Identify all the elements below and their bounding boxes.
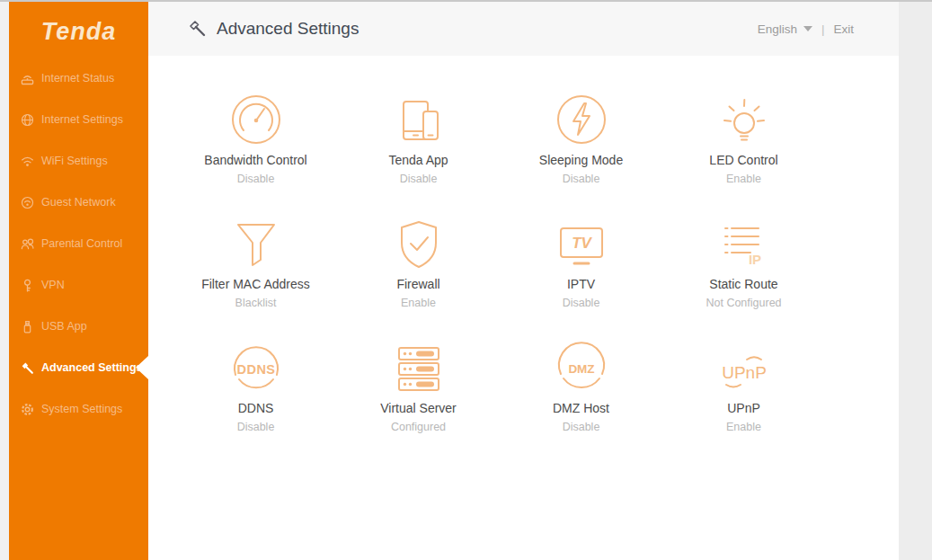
- sidebar-item-internet-status[interactable]: Internet Status: [9, 58, 148, 99]
- sidebar-item-guest-network[interactable]: Guest Network: [9, 182, 148, 223]
- feature-led-control[interactable]: LED Control Enable: [662, 88, 825, 185]
- router-icon: [21, 72, 34, 85]
- language-label: English: [758, 22, 797, 36]
- shield-check-icon: [337, 212, 500, 270]
- language-dropdown[interactable]: English: [758, 22, 812, 36]
- sidebar-item-label: WiFi Settings: [41, 155, 108, 167]
- bulb-icon: [662, 88, 825, 146]
- sidebar-item-parental-control[interactable]: Parental Control: [9, 223, 148, 264]
- main-content: Advanced Settings English | Exit Bandwid…: [148, 2, 899, 560]
- feature-filter-mac-address[interactable]: Filter MAC Address Blacklist: [174, 212, 337, 309]
- sidebar-item-internet-settings[interactable]: Internet Settings: [9, 99, 148, 140]
- feature-label: DMZ Host: [500, 401, 662, 415]
- sidebar-item-advanced-settings[interactable]: Advanced Settings: [9, 347, 148, 388]
- wifi-icon: [21, 155, 34, 168]
- feature-iptv[interactable]: TV IPTV Disable: [500, 212, 662, 309]
- sidebar-item-label: Guest Network: [41, 196, 116, 209]
- svg-text:DDNS: DDNS: [236, 362, 275, 377]
- feature-label: Static Route: [662, 277, 825, 291]
- usb-icon: [21, 320, 34, 333]
- gauge-icon: [174, 88, 337, 146]
- feature-status: Disable: [174, 421, 337, 433]
- feature-status: Enable: [662, 421, 825, 433]
- key-icon: [21, 279, 34, 292]
- feature-label: UPnP: [662, 401, 825, 415]
- feature-tenda-app[interactable]: Tenda App Disable: [337, 88, 500, 185]
- svg-text:UPnP: UPnP: [722, 363, 767, 382]
- sidebar-item-wifi-settings[interactable]: WiFi Settings: [9, 140, 148, 182]
- gear-icon: [21, 403, 34, 416]
- feature-status: Not Configured: [662, 297, 825, 309]
- feature-status: Configured: [337, 421, 500, 433]
- feature-dmz-host[interactable]: DMZ DMZ Host Disable: [500, 336, 662, 433]
- feature-label: Filter MAC Address: [174, 277, 337, 291]
- lightning-circle-icon: [500, 88, 662, 146]
- feature-status: Disable: [337, 173, 500, 185]
- globe-icon: [21, 113, 34, 127]
- feature-status: Enable: [337, 297, 500, 309]
- feature-label: Virtual Server: [337, 401, 500, 415]
- sidebar-item-label: System Settings: [41, 403, 122, 415]
- feature-sleeping-mode[interactable]: Sleeping Mode Disable: [500, 88, 662, 185]
- sidebar-item-vpn[interactable]: VPN: [9, 264, 148, 306]
- feature-status: Enable: [662, 173, 825, 185]
- route-list-ip-icon: IP: [662, 212, 825, 270]
- server-rack-icon: [337, 336, 500, 394]
- header-controls: English | Exit: [758, 22, 854, 36]
- feature-ddns[interactable]: DDNS DDNS Disable: [174, 336, 337, 433]
- sidebar-item-label: Parental Control: [41, 237, 122, 250]
- feature-label: Sleeping Mode: [500, 153, 662, 167]
- svg-text:IP: IP: [748, 252, 760, 267]
- sidebar-item-label: USB App: [41, 320, 87, 333]
- page-title-text: Advanced Settings: [217, 19, 359, 39]
- feature-virtual-server[interactable]: Virtual Server Configured: [337, 336, 500, 433]
- funnel-icon: [174, 212, 337, 270]
- feature-status: Disable: [500, 421, 662, 433]
- feature-status: Blacklist: [174, 297, 337, 309]
- feature-label: Bandwidth Control: [174, 153, 337, 167]
- chevron-down-icon: [803, 26, 812, 31]
- dmz-circle-icon: DMZ: [500, 336, 662, 394]
- feature-label: IPTV: [500, 277, 662, 291]
- sidebar-item-label: Internet Settings: [41, 113, 123, 126]
- feature-firewall[interactable]: Firewall Enable: [337, 212, 500, 309]
- wrench-icon: [21, 361, 34, 375]
- feature-upnp[interactable]: UPnP UPnP Enable: [662, 336, 825, 433]
- sidebar-item-system-settings[interactable]: System Settings: [9, 388, 148, 430]
- feature-grid: Bandwidth Control Disable Tenda App Disa…: [174, 88, 825, 433]
- ddns-circle-icon: DDNS: [174, 336, 337, 394]
- feature-label: Firewall: [337, 277, 500, 291]
- feature-label: LED Control: [662, 153, 825, 167]
- people-icon: [21, 237, 34, 251]
- sidebar-item-label: Internet Status: [41, 72, 114, 84]
- separator: |: [821, 22, 825, 36]
- upnp-text-icon: UPnP: [662, 336, 825, 394]
- tenda-logo: Tenda: [9, 17, 148, 46]
- feature-status: Disable: [500, 173, 662, 185]
- feature-status: Disable: [174, 173, 337, 185]
- feature-label: DDNS: [174, 401, 337, 415]
- sidebar-menu: Internet Status Internet Settings WiFi S…: [9, 58, 148, 430]
- feature-status: Disable: [500, 297, 662, 309]
- feature-static-route[interactable]: IP Static Route Not Configured: [662, 212, 825, 309]
- router-admin-page: Tenda Internet Status Internet Settings …: [9, 2, 899, 560]
- sidebar: Tenda Internet Status Internet Settings …: [9, 2, 148, 560]
- tablet-phone-icon: [337, 88, 500, 146]
- feature-bandwidth-control[interactable]: Bandwidth Control Disable: [174, 88, 337, 185]
- page-title: Advanced Settings: [189, 19, 359, 39]
- left-margin-strip: [0, 2, 9, 560]
- page-header: Advanced Settings English | Exit: [148, 2, 899, 56]
- sidebar-item-usb-app[interactable]: USB App: [9, 306, 148, 347]
- svg-text:DMZ: DMZ: [568, 362, 594, 376]
- tv-icon: TV: [500, 212, 662, 270]
- guest-wifi-icon: [21, 196, 34, 209]
- feature-label: Tenda App: [337, 153, 500, 167]
- sidebar-item-label: VPN: [41, 279, 65, 291]
- exit-button[interactable]: Exit: [833, 22, 854, 36]
- svg-text:TV: TV: [572, 235, 592, 252]
- wrench-icon: [189, 20, 207, 38]
- sidebar-item-label: Advanced Settings: [41, 361, 143, 374]
